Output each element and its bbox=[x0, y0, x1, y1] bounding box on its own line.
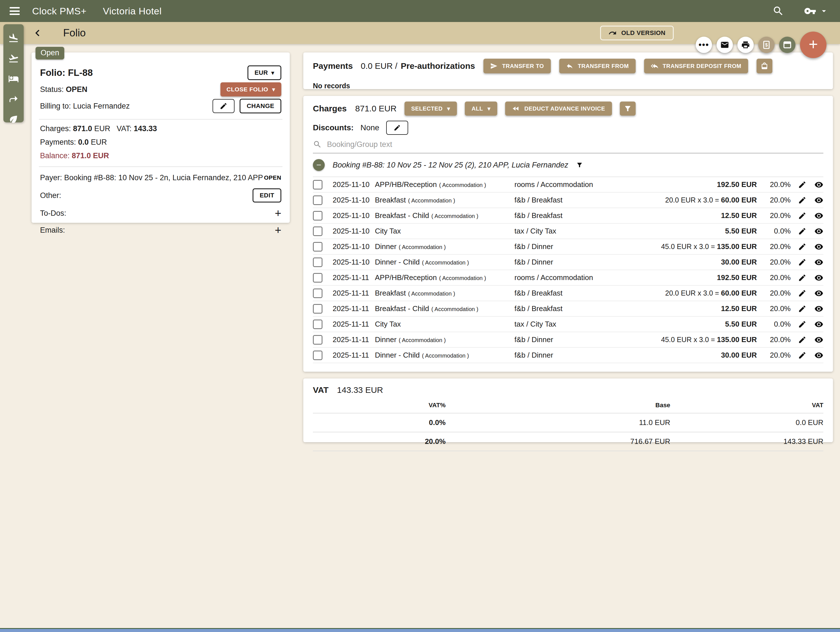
view-charge-icon[interactable] bbox=[814, 304, 823, 313]
view-charge-icon[interactable] bbox=[814, 180, 823, 189]
booking-group-search-input[interactable] bbox=[327, 140, 823, 149]
sidebar-item-housekeeping[interactable] bbox=[8, 114, 19, 125]
change-billing-button[interactable]: CHANGE bbox=[240, 99, 281, 113]
filter-icon bbox=[624, 105, 632, 112]
view-charge-icon[interactable] bbox=[814, 258, 823, 267]
row-checkbox[interactable] bbox=[313, 350, 322, 360]
emails-row: Emails: + bbox=[40, 224, 281, 236]
edit-charge-icon[interactable] bbox=[798, 273, 807, 282]
payer-open-button[interactable]: OPEN bbox=[264, 174, 281, 181]
vat-title: VAT bbox=[313, 385, 329, 395]
row-checkbox[interactable] bbox=[313, 258, 322, 267]
sidebar-item-arrivals[interactable] bbox=[8, 33, 19, 43]
sidebar-item-departures[interactable] bbox=[8, 53, 19, 64]
folio-button[interactable] bbox=[779, 36, 796, 53]
view-charge-icon[interactable] bbox=[814, 289, 823, 298]
view-charge-icon[interactable] bbox=[814, 320, 823, 329]
vat-row: 0.0% 11.0 EUR 0.0 EUR bbox=[313, 413, 823, 432]
view-charge-icon[interactable] bbox=[814, 351, 823, 360]
charge-vat: 20.0% bbox=[757, 335, 791, 344]
transfer-to-button[interactable]: TRANSFER TO bbox=[483, 59, 551, 73]
charge-category: f&b / Dinner bbox=[515, 335, 636, 344]
payment-terminal-button[interactable] bbox=[756, 59, 772, 73]
row-checkbox[interactable] bbox=[313, 273, 322, 283]
edit-charge-icon[interactable] bbox=[798, 335, 807, 344]
currency-select[interactable]: EUR ▾ bbox=[248, 65, 281, 80]
reply-all-arrow-icon bbox=[651, 62, 658, 70]
row-checkbox[interactable] bbox=[313, 335, 322, 345]
discounts-label: Discounts: bbox=[313, 123, 354, 132]
view-charge-icon[interactable] bbox=[814, 242, 823, 251]
view-charge-icon[interactable] bbox=[814, 273, 823, 282]
edit-charge-icon[interactable] bbox=[798, 289, 807, 298]
vat-value: 0.0 EUR bbox=[670, 413, 823, 432]
old-version-button[interactable]: OLD VERSION bbox=[600, 26, 674, 40]
charge-row: 2025-11-10 APP/HB/Reception( Accommodati… bbox=[313, 177, 823, 193]
charge-row: 2025-11-11 Dinner( Accommodation ) f&b /… bbox=[313, 332, 823, 348]
row-checkbox[interactable] bbox=[313, 320, 322, 329]
sidebar-item-in-house[interactable] bbox=[8, 73, 19, 84]
deduct-advance-invoice-button[interactable]: DEDUCT ADVANCE INVOICE bbox=[505, 101, 612, 116]
charge-vat: 20.0% bbox=[757, 258, 791, 266]
edit-charge-icon[interactable] bbox=[798, 351, 807, 360]
row-checkbox[interactable] bbox=[313, 242, 322, 252]
add-button[interactable]: + bbox=[800, 32, 826, 58]
filter-icon bbox=[576, 162, 583, 168]
group-filter-button[interactable] bbox=[576, 162, 583, 168]
row-checkbox[interactable] bbox=[313, 211, 322, 220]
edit-charge-icon[interactable] bbox=[798, 320, 807, 329]
charge-amount: 20.0 EUR x 3.0 = 60.00 EUR bbox=[636, 196, 757, 204]
edit-other-button[interactable]: EDIT bbox=[253, 188, 281, 203]
charge-date: 2025-11-11 bbox=[333, 351, 375, 360]
transfer-deposit-from-button[interactable]: TRANSFER DEPOSIT FROM bbox=[644, 59, 748, 73]
sidebar-item-transfers[interactable] bbox=[8, 93, 19, 105]
charge-amount: 45.0 EUR x 3.0 = 135.00 EUR bbox=[636, 335, 757, 344]
menu-icon[interactable] bbox=[8, 6, 21, 16]
row-checkbox[interactable] bbox=[313, 304, 322, 314]
close-folio-button[interactable]: CLOSE FOLIO ▾ bbox=[220, 82, 281, 97]
view-charge-icon[interactable] bbox=[814, 227, 823, 236]
edit-charge-icon[interactable] bbox=[798, 196, 807, 205]
invoice-button[interactable]: $ bbox=[758, 36, 775, 53]
search-icon[interactable] bbox=[772, 5, 784, 17]
edit-charge-icon[interactable] bbox=[798, 211, 807, 220]
charge-amount: 192.50 EUR bbox=[636, 273, 757, 282]
view-charge-icon[interactable] bbox=[814, 196, 823, 205]
email-button[interactable] bbox=[717, 36, 733, 53]
horizontal-scrollbar[interactable] bbox=[0, 628, 840, 632]
hotel-name: Victoria Hotel bbox=[103, 6, 162, 17]
transfer-from-button[interactable]: TRANSFER FROM bbox=[559, 59, 636, 73]
add-email-button[interactable]: + bbox=[275, 225, 281, 236]
collapse-group-button[interactable]: − bbox=[313, 159, 325, 171]
edit-discounts-button[interactable] bbox=[386, 121, 408, 135]
edit-charge-icon[interactable] bbox=[798, 304, 807, 313]
edit-charge-icon[interactable] bbox=[798, 258, 807, 267]
edit-billing-button[interactable] bbox=[213, 99, 235, 113]
row-checkbox[interactable] bbox=[313, 227, 322, 236]
view-charge-icon[interactable] bbox=[814, 335, 823, 344]
charge-row: 2025-11-11 Dinner - Child( Accommodation… bbox=[313, 348, 823, 363]
charge-row: 2025-11-10 Breakfast( Accommodation ) f&… bbox=[313, 193, 823, 208]
row-checkbox[interactable] bbox=[313, 288, 322, 298]
edit-charge-icon[interactable] bbox=[798, 227, 807, 236]
edit-charge-icon[interactable] bbox=[798, 180, 807, 189]
charge-category: rooms / Accommodation bbox=[515, 273, 636, 282]
more-button[interactable]: ••• bbox=[696, 36, 712, 53]
filter-charges-button[interactable] bbox=[620, 101, 636, 116]
add-todo-button[interactable]: + bbox=[275, 207, 281, 219]
charge-category: f&b / Breakfast bbox=[515, 304, 636, 313]
print-button[interactable] bbox=[737, 36, 754, 53]
all-dropdown[interactable]: ALL ▾ bbox=[465, 101, 497, 116]
send-icon bbox=[490, 62, 497, 70]
row-checkbox[interactable] bbox=[313, 195, 322, 205]
user-menu[interactable] bbox=[804, 5, 829, 17]
edit-charge-icon[interactable] bbox=[798, 242, 807, 251]
payer-value: Payer: Booking #B-88: 10 Nov 25 - 2n, Lu… bbox=[40, 173, 263, 182]
view-charge-icon[interactable] bbox=[814, 211, 823, 220]
reply-arrow-icon bbox=[566, 62, 573, 70]
charge-name: Breakfast( Accommodation ) bbox=[375, 289, 515, 298]
back-icon[interactable] bbox=[31, 27, 44, 40]
row-checkbox[interactable] bbox=[313, 180, 322, 190]
vat-col-vat: VAT bbox=[670, 399, 823, 413]
selected-dropdown[interactable]: SELECTED ▾ bbox=[404, 101, 457, 116]
